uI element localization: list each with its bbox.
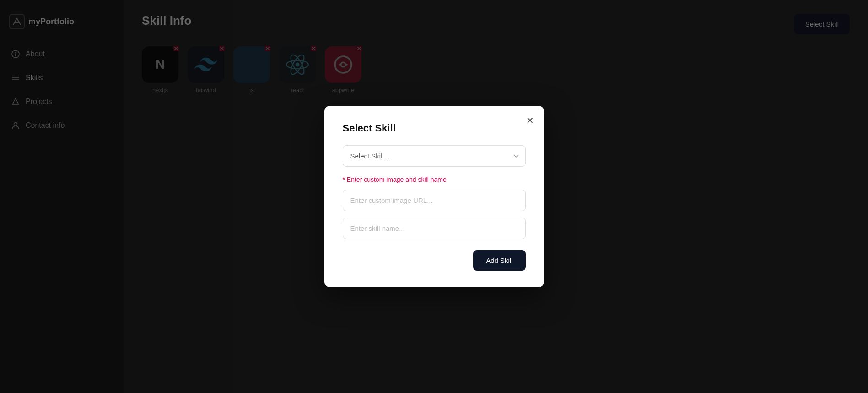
select-skill-modal: ✕ Select Skill Select Skill... Next.js R… [324,106,544,287]
custom-label: * Enter custom image and skill name [343,176,526,183]
custom-image-url-input[interactable] [343,190,526,211]
skill-name-input[interactable] [343,218,526,239]
modal-overlay[interactable]: ✕ Select Skill Select Skill... Next.js R… [0,0,868,393]
add-skill-button[interactable]: Add Skill [473,250,525,271]
modal-title: Select Skill [343,122,526,134]
skill-dropdown[interactable]: Select Skill... Next.js React Tailwind C… [343,145,526,167]
modal-close-button[interactable]: ✕ [524,114,536,127]
